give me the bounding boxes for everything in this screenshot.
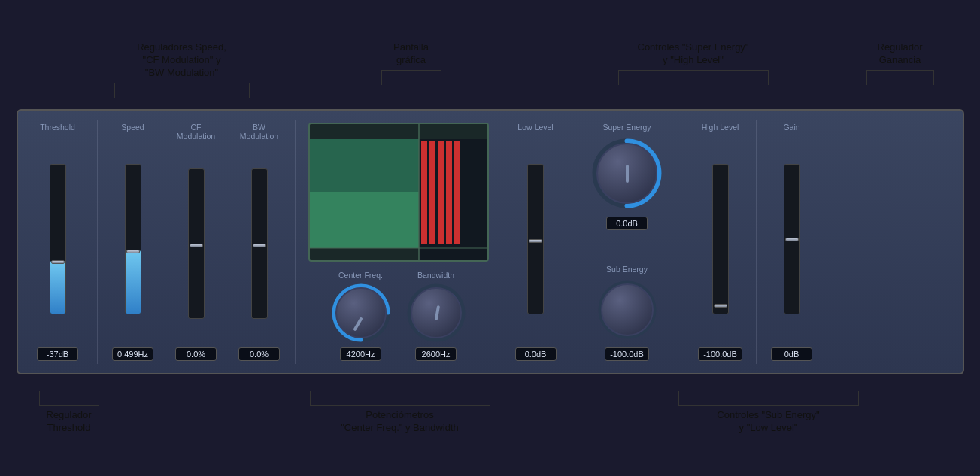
annotation-potenciometros: Potenciómetros "Center Freq." y Bandwidt…	[302, 391, 498, 435]
low-level-section: Low Level 0.0dB	[508, 120, 564, 364]
svg-rect-6	[438, 141, 444, 246]
annotation-reguladores: Reguladores Speed, "CF Modulation" y "BW…	[107, 41, 257, 98]
bandwidth-label: Bandwidth	[417, 271, 454, 280]
high-level-handle[interactable]	[714, 304, 727, 308]
gain-value: 0dB	[771, 347, 812, 361]
sub-energy-container: Sub Energy -100.0dB	[597, 265, 657, 361]
divider-3	[502, 120, 502, 364]
graphic-section: Center Freq. 4200Hz Bandwidth	[301, 120, 496, 364]
threshold-track[interactable]	[50, 164, 66, 314]
sub-energy-knob-wrap[interactable]	[597, 280, 657, 340]
cf-modulation-section: CF Modulation 0.0%	[166, 120, 226, 364]
center-freq-knob[interactable]	[335, 287, 387, 338]
speed-label: Speed	[121, 123, 144, 132]
divider-2	[295, 120, 296, 364]
bw-modulation-label: BW Modulation	[240, 123, 278, 141]
cf-mod-track[interactable]	[188, 168, 205, 319]
svg-rect-7	[446, 141, 452, 246]
sub-energy-knob[interactable]	[601, 283, 654, 336]
super-energy-label: Super Energy	[602, 123, 651, 132]
super-energy-indicator	[626, 165, 629, 183]
annotation-ganancia: Regulador Ganancia	[851, 41, 949, 85]
threshold-handle[interactable]	[51, 260, 65, 264]
divider-1	[97, 120, 98, 364]
super-energy-value: 0.0dB	[606, 217, 648, 230]
gain-handle[interactable]	[785, 238, 799, 241]
center-freq-value: 4200Hz	[340, 347, 381, 361]
bandwidth-knob-wrap[interactable]	[406, 283, 466, 343]
speed-section: Speed 0.499Hz	[103, 120, 163, 364]
gain-label: Gain	[783, 123, 799, 132]
low-level-value: 0.0dB	[515, 347, 557, 361]
bw-modulation-section: BW Modulation 0.0%	[229, 120, 290, 364]
low-level-track[interactable]	[527, 164, 544, 314]
full-layout: Reguladores Speed, "CF Modulation" y "BW…	[17, 41, 964, 435]
bandwidth-container: Bandwidth 2600Hz	[406, 271, 466, 361]
cf-mod-handle[interactable]	[190, 244, 203, 247]
sub-energy-label: Sub Energy	[606, 265, 648, 274]
svg-rect-9	[419, 244, 489, 262]
super-energy-container: Super Energy 0.0dB	[591, 123, 663, 230]
plugin-panel: Threshold -37dB Speed 0.499Hz	[17, 109, 964, 374]
sub-energy-value: -100.0dB	[605, 347, 649, 361]
bandwidth-value: 2600Hz	[415, 347, 457, 361]
threshold-value: -37dB	[37, 347, 78, 361]
super-energy-knob-wrap[interactable]	[591, 138, 663, 209]
svg-rect-2	[310, 192, 419, 248]
cf-modulation-label: CF Modulation	[177, 123, 215, 141]
svg-rect-8	[454, 141, 460, 246]
top-annotation-row: Reguladores Speed, "CF Modulation" y "BW…	[17, 41, 964, 109]
graphic-svg	[310, 124, 489, 262]
knobs-row: Center Freq. 4200Hz Bandwidth	[331, 271, 466, 361]
annotation-super-energy: Controles "Super Energy" y "High Level"	[611, 41, 776, 85]
threshold-label: Threshold	[40, 123, 75, 132]
low-level-label: Low Level	[517, 123, 553, 132]
center-freq-knob-wrap[interactable]	[331, 283, 391, 343]
high-level-track[interactable]	[712, 164, 729, 314]
bandwidth-knob[interactable]	[411, 287, 462, 338]
low-level-handle[interactable]	[529, 239, 542, 243]
center-freq-label: Center Freq.	[338, 271, 383, 280]
speed-handle[interactable]	[126, 250, 140, 253]
gain-track[interactable]	[784, 164, 800, 314]
graphic-display	[308, 123, 489, 262]
bw-mod-handle[interactable]	[253, 244, 266, 247]
energy-section: Super Energy 0.0dB Sub Energy	[567, 120, 687, 364]
high-level-value: -100.0dB	[698, 347, 742, 361]
cf-modulation-value: 0.0%	[175, 347, 217, 361]
speed-track[interactable]	[125, 164, 141, 314]
gain-section: Gain 0dB	[762, 120, 822, 364]
svg-rect-5	[429, 141, 435, 246]
svg-rect-3	[419, 139, 489, 262]
divider-4	[756, 120, 757, 364]
speed-fill	[126, 250, 141, 313]
high-level-section: High Level -100.0dB	[690, 120, 751, 364]
center-freq-indicator	[353, 317, 363, 331]
center-freq-container: Center Freq. 4200Hz	[331, 271, 391, 361]
annotation-threshold-bottom: Regulador Threshold	[24, 391, 114, 435]
annotation-sub-energy-bottom: Controles "Sub Energy" y "Low Level"	[671, 391, 866, 435]
speed-value: 0.499Hz	[112, 347, 153, 361]
bw-mod-track[interactable]	[251, 168, 268, 319]
svg-rect-4	[421, 141, 427, 246]
bw-modulation-value: 0.0%	[238, 347, 280, 361]
annotation-pantalla: Pantalla gráfica	[359, 41, 464, 85]
threshold-section: Threshold -37dB	[24, 120, 92, 364]
threshold-fill	[50, 261, 65, 313]
bottom-annotation-row: Regulador Threshold Potenciómetros "Cent…	[17, 374, 964, 435]
super-energy-knob[interactable]	[596, 143, 657, 204]
high-level-label: High Level	[702, 123, 739, 132]
bandwidth-indicator	[434, 305, 439, 320]
